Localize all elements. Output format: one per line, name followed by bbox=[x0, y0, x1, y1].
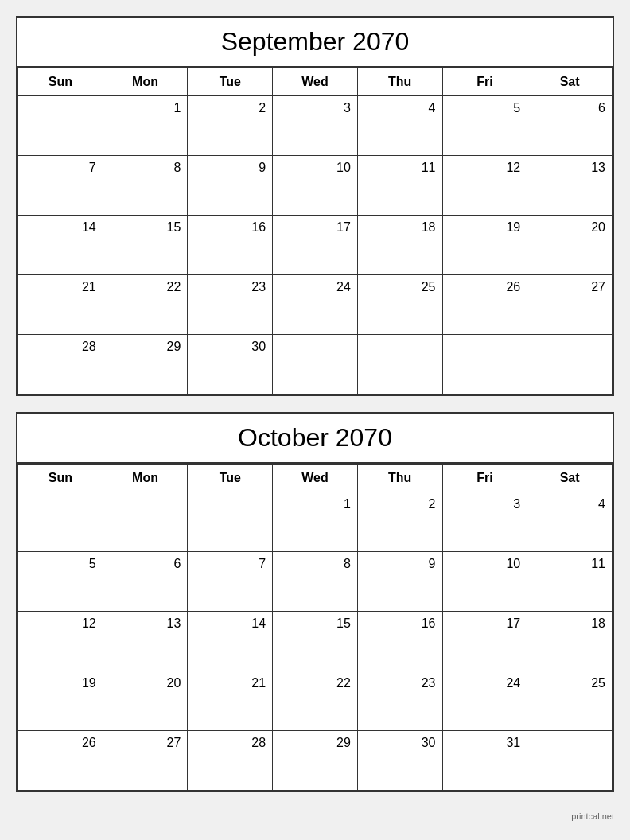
calendar-cell-october-2070-w1-d0: 5 bbox=[18, 552, 103, 612]
calendar-cell-october-2070-w3-d0: 19 bbox=[18, 671, 103, 731]
calendar-cell-october-2070-w2-d1: 13 bbox=[103, 612, 188, 671]
calendar-cell-october-2070-w2-d3: 15 bbox=[273, 612, 358, 671]
calendar-cell-october-2070-w3-d2: 21 bbox=[188, 671, 273, 731]
calendar-cell-september-2070-w1-d2: 9 bbox=[188, 156, 273, 216]
calendar-cell-october-2070-w4-d5: 31 bbox=[442, 731, 527, 791]
calendar-cell-october-2070-w0-d2 bbox=[188, 492, 273, 552]
calendar-cell-october-2070-w3-d6: 25 bbox=[527, 671, 612, 731]
calendar-cell-september-2070-w4-d1: 29 bbox=[103, 335, 188, 395]
calendar-cell-september-2070-w0-d6: 6 bbox=[527, 96, 612, 156]
day-header-sat: Sat bbox=[527, 465, 612, 492]
calendar-cell-october-2070-w3-d1: 20 bbox=[103, 671, 188, 731]
calendar-cell-october-2070-w1-d1: 6 bbox=[103, 552, 188, 612]
calendar-grid-october-2070: SunMonTueWedThuFriSat1234567891011121314… bbox=[18, 464, 612, 791]
calendar-cell-september-2070-w3-d4: 25 bbox=[357, 275, 442, 335]
day-header-wed: Wed bbox=[273, 68, 358, 96]
day-header-sat: Sat bbox=[527, 68, 612, 96]
calendar-title-september-2070: September 2070 bbox=[18, 18, 612, 68]
calendar-cell-september-2070-w2-d5: 19 bbox=[442, 216, 527, 275]
calendar-cell-september-2070-w2-d4: 18 bbox=[357, 216, 442, 275]
calendar-cell-october-2070-w0-d4: 2 bbox=[357, 492, 442, 552]
calendar-cell-september-2070-w0-d0 bbox=[18, 96, 103, 156]
calendar-cell-october-2070-w1-d6: 11 bbox=[527, 552, 612, 612]
calendar-cell-september-2070-w1-d5: 12 bbox=[442, 156, 527, 216]
calendar-cell-october-2070-w4-d4: 30 bbox=[357, 731, 442, 791]
calendar-cell-september-2070-w2-d6: 20 bbox=[527, 216, 612, 275]
day-header-fri: Fri bbox=[442, 465, 527, 492]
calendar-cell-september-2070-w0-d1: 1 bbox=[103, 96, 188, 156]
calendar-cell-october-2070-w2-d5: 17 bbox=[442, 612, 527, 671]
calendar-cell-september-2070-w4-d0: 28 bbox=[18, 335, 103, 395]
calendar-cell-october-2070-w1-d5: 10 bbox=[442, 552, 527, 612]
calendar-cell-september-2070-w4-d2: 30 bbox=[188, 335, 273, 395]
calendar-cell-september-2070-w3-d0: 21 bbox=[18, 275, 103, 335]
calendar-cell-october-2070-w1-d2: 7 bbox=[188, 552, 273, 612]
day-header-sun: Sun bbox=[18, 68, 103, 96]
calendar-cell-september-2070-w0-d3: 3 bbox=[273, 96, 358, 156]
day-header-fri: Fri bbox=[442, 68, 527, 96]
calendar-grid-september-2070: SunMonTueWedThuFriSat1234567891011121314… bbox=[18, 68, 612, 395]
calendar-september-2070: September 2070SunMonTueWedThuFriSat12345… bbox=[16, 16, 614, 396]
calendar-cell-october-2070-w3-d4: 23 bbox=[357, 671, 442, 731]
calendar-cell-september-2070-w2-d0: 14 bbox=[18, 216, 103, 275]
calendar-cell-september-2070-w2-d1: 15 bbox=[103, 216, 188, 275]
calendar-title-october-2070: October 2070 bbox=[18, 414, 612, 464]
calendar-cell-october-2070-w0-d3: 1 bbox=[273, 492, 358, 552]
calendar-cell-october-2070-w3-d3: 22 bbox=[273, 671, 358, 731]
calendar-cell-september-2070-w0-d4: 4 bbox=[357, 96, 442, 156]
calendar-cell-october-2070-w1-d3: 8 bbox=[273, 552, 358, 612]
calendar-cell-september-2070-w3-d3: 24 bbox=[273, 275, 358, 335]
calendar-cell-october-2070-w4-d0: 26 bbox=[18, 731, 103, 791]
calendar-cell-september-2070-w4-d5 bbox=[442, 335, 527, 395]
calendar-cell-october-2070-w2-d0: 12 bbox=[18, 612, 103, 671]
calendar-cell-october-2070-w3-d5: 24 bbox=[442, 671, 527, 731]
day-header-thu: Thu bbox=[357, 465, 442, 492]
calendar-cell-october-2070-w4-d3: 29 bbox=[273, 731, 358, 791]
calendar-cell-october-2070-w4-d6 bbox=[527, 731, 612, 791]
calendar-cell-october-2070-w2-d2: 14 bbox=[188, 612, 273, 671]
calendar-cell-september-2070-w3-d2: 23 bbox=[188, 275, 273, 335]
calendar-cell-september-2070-w3-d5: 26 bbox=[442, 275, 527, 335]
calendar-cell-september-2070-w4-d6 bbox=[527, 335, 612, 395]
calendar-cell-september-2070-w1-d3: 10 bbox=[273, 156, 358, 216]
calendar-cell-october-2070-w0-d5: 3 bbox=[442, 492, 527, 552]
calendar-cell-september-2070-w2-d2: 16 bbox=[188, 216, 273, 275]
calendar-cell-september-2070-w4-d3 bbox=[273, 335, 358, 395]
calendar-cell-september-2070-w1-d4: 11 bbox=[357, 156, 442, 216]
calendar-cell-october-2070-w2-d6: 18 bbox=[527, 612, 612, 671]
day-header-mon: Mon bbox=[103, 465, 188, 492]
calendar-cell-september-2070-w1-d1: 8 bbox=[103, 156, 188, 216]
calendar-cell-october-2070-w2-d4: 16 bbox=[357, 612, 442, 671]
calendar-cell-october-2070-w0-d1 bbox=[103, 492, 188, 552]
calendar-cell-september-2070-w4-d4 bbox=[357, 335, 442, 395]
calendar-cell-september-2070-w1-d6: 13 bbox=[527, 156, 612, 216]
calendar-cell-september-2070-w3-d6: 27 bbox=[527, 275, 612, 335]
footer-text: printcal.net bbox=[16, 808, 614, 821]
calendar-cell-october-2070-w4-d2: 28 bbox=[188, 731, 273, 791]
day-header-mon: Mon bbox=[103, 68, 188, 96]
calendar-cell-september-2070-w1-d0: 7 bbox=[18, 156, 103, 216]
calendar-october-2070: October 2070SunMonTueWedThuFriSat1234567… bbox=[16, 412, 614, 792]
day-header-tue: Tue bbox=[188, 68, 273, 96]
calendar-cell-september-2070-w3-d1: 22 bbox=[103, 275, 188, 335]
calendar-cell-september-2070-w0-d5: 5 bbox=[442, 96, 527, 156]
day-header-thu: Thu bbox=[357, 68, 442, 96]
calendar-cell-september-2070-w2-d3: 17 bbox=[273, 216, 358, 275]
calendar-cell-october-2070-w0-d6: 4 bbox=[527, 492, 612, 552]
calendar-cell-october-2070-w1-d4: 9 bbox=[357, 552, 442, 612]
day-header-sun: Sun bbox=[18, 465, 103, 492]
day-header-wed: Wed bbox=[273, 465, 358, 492]
calendar-cell-september-2070-w0-d2: 2 bbox=[188, 96, 273, 156]
calendar-cell-october-2070-w0-d0 bbox=[18, 492, 103, 552]
day-header-tue: Tue bbox=[188, 465, 273, 492]
calendar-cell-october-2070-w4-d1: 27 bbox=[103, 731, 188, 791]
